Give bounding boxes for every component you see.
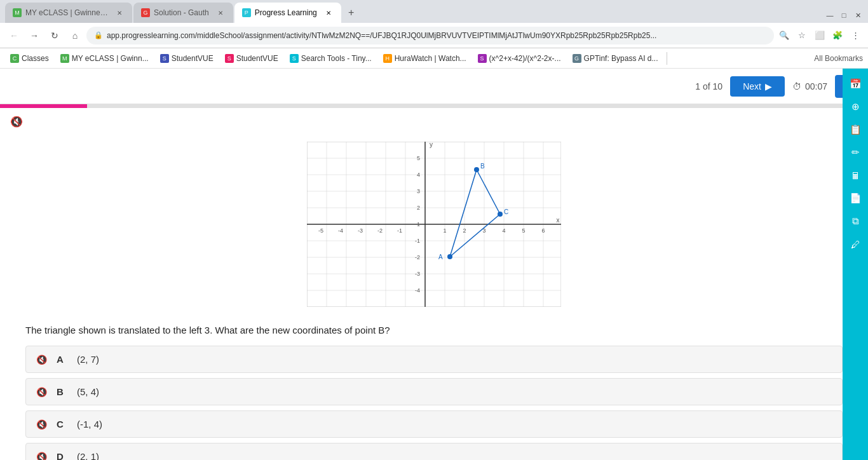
bookmark-studentvue1-favicon: S [160, 54, 169, 63]
all-bookmarks-label: All Bookmarks [814, 54, 863, 63]
svg-text:2: 2 [417, 205, 420, 211]
all-bookmarks[interactable]: All Bookmarks [814, 54, 863, 63]
quiz-progress-text: 1 of 10 [695, 81, 722, 91]
bookmark-math[interactable]: S (x^2+x-42)/(x^2-2x-... [473, 51, 566, 65]
bookmark-myeclass[interactable]: M MY eCLASS | Gwinn... [55, 51, 154, 65]
svg-text:-2: -2 [377, 227, 383, 234]
bookmark-searchtools-favicon: S [290, 54, 299, 63]
page-content: 1 of 10 Next ▶ ⏱ 00:07 ⏸ 🔇 [0, 69, 868, 460]
svg-text:1: 1 [417, 221, 420, 227]
svg-text:6: 6 [541, 227, 545, 234]
calculator-tool[interactable]: 🖩 [845, 165, 865, 186]
bookmark-searchtools[interactable]: S Search Tools - Tiny... [285, 51, 377, 65]
bookmark-math-label: (x^2+x-42)/(x^2-2x-... [489, 54, 561, 63]
answer-option-d[interactable]: 🔇 D (2, 1) [25, 443, 843, 460]
edit-tool[interactable]: 🖊 [845, 234, 865, 254]
right-sidebar: 📅 ⊕ 📋 ✏ 🖩 📄 ⧉ 🖊 ‹ [843, 69, 868, 460]
svg-text:4: 4 [417, 172, 420, 178]
url-bar[interactable]: 🔒 app.progresslearning.com/middleSchool/… [86, 27, 774, 44]
tab2-favicon: G [141, 8, 150, 17]
url-text: app.progresslearning.com/middleSchool/as… [107, 31, 766, 40]
answer-option-c[interactable]: 🔇 C (-1, 4) [25, 410, 843, 438]
svg-text:1: 1 [443, 227, 446, 234]
bookmark-star-icon[interactable]: ☆ [794, 28, 810, 43]
address-bar: ← → ↻ ⌂ 🔒 app.progresslearning.com/middl… [0, 23, 868, 48]
answer-b-letter: B [57, 386, 69, 397]
bookmark-studentvue1[interactable]: S StudentVUE [155, 51, 219, 65]
speaker-c-icon[interactable]: 🔇 [36, 419, 49, 430]
svg-text:-1: -1 [415, 238, 420, 244]
answer-b-value: (5, 4) [77, 386, 99, 397]
svg-text:x: x [557, 217, 560, 224]
minimize-button[interactable]: — [825, 10, 835, 20]
answer-d-letter: D [57, 451, 69, 460]
back-button[interactable]: ← [5, 27, 23, 44]
svg-text:-5: -5 [318, 227, 323, 234]
tab-my-eclass[interactable]: M MY eCLASS | Gwinnett County... ✕ [5, 3, 132, 23]
home-button[interactable]: ⌂ [66, 27, 84, 44]
point-b-label: B [480, 163, 485, 170]
bookmark-classes-favicon: C [10, 54, 19, 63]
svg-text:5: 5 [522, 227, 525, 234]
help-tool[interactable]: ⊕ [845, 97, 865, 117]
speaker-a-icon[interactable]: 🔇 [36, 355, 49, 365]
bookmark-myeclass-favicon: M [60, 54, 69, 63]
browser-window: M MY eCLASS | Gwinnett County... ✕ G Sol… [0, 0, 868, 460]
search-icon[interactable]: 🔍 [776, 28, 792, 43]
next-arrow-icon: ▶ [765, 81, 772, 91]
svg-text:-4: -4 [338, 227, 343, 234]
svg-text:y: y [430, 142, 433, 148]
sidebar-collapse-button[interactable]: ‹ [845, 457, 865, 460]
svg-text:-2: -2 [415, 254, 420, 260]
tab2-close[interactable]: ✕ [215, 8, 226, 18]
bookmark-gptinf-label: GPTinf: Bypass AI d... [584, 54, 658, 63]
reload-button[interactable]: ↻ [46, 27, 64, 44]
question-text: The triangle shown is translated to the … [0, 320, 868, 346]
answer-a-value: (2, 7) [77, 354, 99, 365]
speaker-d-icon[interactable]: 🔇 [36, 452, 49, 461]
timer-display: ⏱ 00:07 [792, 81, 827, 91]
point-a-label: A [438, 254, 443, 260]
speaker-b-icon[interactable]: 🔇 [36, 387, 49, 397]
bookmark-searchtools-label: Search Tools - Tiny... [301, 54, 372, 63]
tab1-label: MY eCLASS | Gwinnett County... [25, 8, 108, 17]
maximize-button[interactable]: □ [839, 10, 849, 20]
answer-choices: 🔇 A (2, 7) 🔇 B (5, 4) 🔇 C (-1, 4) 🔇 D (2… [0, 346, 868, 460]
close-button[interactable]: ✕ [853, 10, 863, 20]
document-tool[interactable]: 📄 [845, 188, 865, 208]
answer-option-a[interactable]: 🔇 A (2, 7) [25, 346, 843, 373]
svg-text:-4: -4 [415, 287, 420, 294]
bookmark-studentvue2[interactable]: S StudentVUE [220, 51, 283, 65]
forward-button[interactable]: → [25, 27, 43, 44]
tab-progress-learning[interactable]: P Progress Learning ✕ [234, 3, 341, 23]
svg-text:2: 2 [463, 227, 466, 234]
point-b [474, 167, 479, 172]
graph-container: -5 -4 -3 -2 -1 1 2 3 4 5 6 x 5 4 3 2 1 -… [0, 135, 868, 320]
bookmark-hurawatch-label: HuraWatch | Watch... [395, 54, 466, 63]
bookmark-classes[interactable]: C Classes [5, 51, 54, 65]
tab3-close[interactable]: ✕ [323, 8, 334, 18]
timer-icon: ⏱ [792, 81, 801, 91]
bookmark-gptinf-favicon: G [573, 54, 581, 63]
bookmarks-bar: C Classes M MY eCLASS | Gwinn... S Stude… [0, 48, 868, 69]
menu-icon[interactable]: ⋮ [848, 28, 863, 43]
new-tab-button[interactable]: + [342, 4, 360, 22]
bookmark-studentvue2-favicon: S [225, 54, 234, 63]
volume-icon[interactable]: 🔇 [10, 116, 23, 127]
answer-option-b[interactable]: 🔇 B (5, 4) [25, 378, 843, 405]
bookmark-gptinf[interactable]: G GPTinf: Bypass AI d... [567, 51, 663, 65]
calendar-tool[interactable]: 📅 [845, 74, 865, 94]
screenshot-icon[interactable]: ⬜ [812, 28, 827, 43]
pen-tool[interactable]: ✏ [845, 142, 865, 163]
extensions-icon[interactable]: 🧩 [830, 28, 845, 43]
tab-gauth[interactable]: G Solution - Gauth ✕ [133, 3, 233, 23]
coordinate-graph: -5 -4 -3 -2 -1 1 2 3 4 5 6 x 5 4 3 2 1 -… [307, 142, 561, 307]
svg-text:-3: -3 [415, 271, 420, 277]
next-button[interactable]: Next ▶ [730, 76, 785, 97]
bookmark-hurawatch[interactable]: H HuraWatch | Watch... [378, 51, 471, 65]
copy-tool[interactable]: ⧉ [845, 211, 865, 231]
quiz-topbar: 1 of 10 Next ▶ ⏱ 00:07 ⏸ [0, 69, 868, 104]
clipboard-tool[interactable]: 📋 [845, 119, 865, 140]
tab1-close[interactable]: ✕ [114, 8, 125, 18]
point-c-label: C [504, 208, 508, 215]
